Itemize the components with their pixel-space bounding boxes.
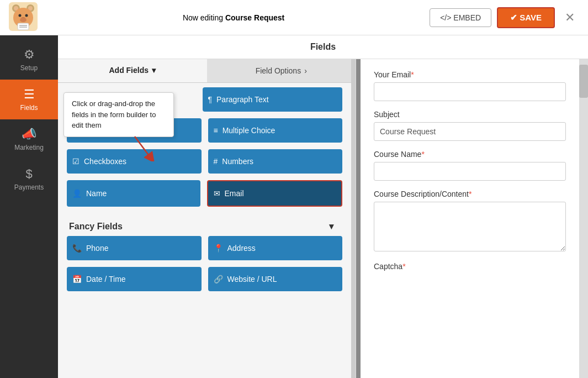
form-field-your-email: Your Email*	[374, 70, 566, 101]
form-field-course-description: Course Description/Content*	[374, 190, 566, 253]
numbers-label: Numbers	[222, 157, 253, 166]
logo	[9, 2, 38, 33]
field-btn-email[interactable]: ✉ Email	[207, 180, 343, 207]
tab-field-options[interactable]: Field Options ›	[207, 59, 356, 82]
email-label: Email	[225, 189, 244, 198]
fancy-fields-row-1: 📞 Phone 📍 Address	[67, 236, 342, 260]
fancy-fields-chevron-icon: ▾	[329, 221, 333, 232]
field-btn-paragraph-text[interactable]: ¶ Paragraph Text	[203, 87, 343, 112]
panel-divider	[356, 59, 361, 378]
top-bar: Now editing Course Request </> EMBED ✔ S…	[0, 0, 588, 35]
sidebar-item-setup[interactable]: ⚙ Setup	[0, 40, 58, 80]
tooltip-box: Click or drag-and-drop the fields in the…	[63, 92, 174, 137]
setup-icon: ⚙	[24, 48, 35, 62]
fancy-fields-label: Fancy Fields	[69, 222, 123, 232]
panel-scrollbar[interactable]	[351, 59, 356, 378]
main-layout: ⚙ Setup ☰ Fields 📣 Marketing $ Payments …	[0, 35, 588, 378]
course-name-label: Course Name*	[374, 150, 566, 159]
sidebar: ⚙ Setup ☰ Fields 📣 Marketing $ Payments	[0, 35, 58, 378]
captcha-label: Captcha*	[374, 262, 566, 271]
tab-field-options-label: Field Options	[256, 66, 301, 75]
tooltip-arrow-icon	[129, 134, 157, 161]
top-bar-actions: </> EMBED ✔ SAVE ✕	[430, 7, 579, 28]
fancy-fields-row-2: 📅 Date / Time 🔗 Website / URL	[67, 267, 342, 291]
email-icon: ✉	[214, 189, 220, 198]
course-name-required: *	[421, 150, 424, 159]
field-btn-date-time[interactable]: 📅 Date / Time	[67, 267, 202, 291]
payments-icon: $	[25, 167, 32, 181]
fields-row-3: ☑ Checkboxes # Numbers	[67, 149, 342, 174]
close-button[interactable]: ✕	[560, 8, 579, 27]
course-description-required: *	[469, 190, 472, 198]
name-label: Name	[86, 189, 107, 198]
embed-button[interactable]: </> EMBED	[430, 8, 491, 27]
subject-input[interactable]	[374, 122, 566, 141]
your-email-input[interactable]	[374, 82, 566, 101]
multiple-choice-icon: ≡	[214, 126, 218, 135]
logo-icon	[9, 2, 38, 31]
marketing-icon: 📣	[22, 127, 36, 141]
add-fields-panel: Add Fields ▾ Field Options › Click or dr…	[58, 59, 356, 378]
address-icon: 📍	[214, 244, 223, 253]
paragraph-text-icon: ¶	[208, 95, 213, 104]
form-field-captcha: Captcha*	[374, 262, 566, 271]
subject-label: Subject	[374, 110, 566, 119]
course-description-textarea[interactable]	[374, 202, 566, 251]
your-email-label: Your Email*	[374, 70, 566, 79]
chevron-down-icon: ▾	[152, 66, 156, 75]
checkboxes-label: Checkboxes	[84, 157, 126, 166]
sidebar-item-payments[interactable]: $ Payments	[0, 159, 58, 199]
svg-point-9	[20, 18, 27, 22]
fields-row-4: 👤 Name ✉ Email	[67, 180, 342, 207]
phone-icon: 📞	[72, 244, 82, 253]
right-scrollbar[interactable]	[579, 59, 588, 378]
sidebar-label-fields: Fields	[20, 104, 38, 112]
form-field-course-name: Course Name*	[374, 150, 566, 181]
website-label: Website / URL	[227, 275, 277, 284]
field-btn-name[interactable]: 👤 Name	[67, 180, 200, 207]
phone-label: Phone	[86, 244, 108, 253]
content-area: Fields Add Fields ▾ Field Options ›	[58, 35, 588, 378]
tab-add-fields[interactable]: Add Fields ▾	[58, 59, 207, 82]
form-field-subject: Subject	[374, 110, 566, 141]
svg-line-13	[135, 136, 151, 159]
sidebar-item-marketing[interactable]: 📣 Marketing	[0, 119, 58, 159]
field-btn-phone[interactable]: 📞 Phone	[67, 236, 202, 260]
paragraph-text-label: Paragraph Text	[216, 95, 269, 104]
svg-point-6	[19, 14, 22, 17]
field-btn-multiple-choice[interactable]: ≡ Multiple Choice	[208, 118, 343, 143]
course-description-label: Course Description/Content*	[374, 190, 566, 198]
svg-rect-10	[18, 23, 29, 30]
svg-point-7	[25, 14, 28, 17]
field-btn-address[interactable]: 📍 Address	[208, 236, 343, 260]
field-btn-website[interactable]: 🔗 Website / URL	[208, 267, 343, 291]
checkboxes-icon: ☑	[72, 157, 80, 166]
address-label: Address	[227, 244, 256, 253]
field-btn-numbers[interactable]: # Numbers	[208, 149, 343, 174]
fields-area: Add Fields ▾ Field Options › Click or dr…	[58, 59, 588, 378]
fancy-fields-section-header[interactable]: Fancy Fields ▾	[67, 213, 342, 236]
sidebar-label-marketing: Marketing	[14, 144, 44, 151]
numbers-icon: #	[214, 157, 218, 166]
date-time-label: Date / Time	[86, 275, 126, 284]
page-title: Now editing Course Request	[183, 13, 284, 22]
date-time-icon: 📅	[72, 275, 82, 284]
panel-tabs: Add Fields ▾ Field Options ›	[58, 59, 356, 83]
sidebar-label-setup: Setup	[20, 64, 38, 72]
form-preview-panel: Your Email* Subject Course Name* Course …	[361, 59, 579, 378]
course-name-input[interactable]	[374, 162, 566, 181]
website-icon: 🔗	[214, 275, 223, 284]
fields-icon: ☰	[24, 87, 35, 102]
scrollbar-thumb	[579, 65, 588, 98]
sidebar-label-payments: Payments	[14, 183, 44, 191]
chevron-right-icon: ›	[304, 66, 307, 75]
tab-add-fields-label: Add Fields	[109, 66, 149, 75]
tooltip-text: Click or drag-and-drop the fields in the…	[72, 99, 156, 129]
your-email-required: *	[411, 70, 414, 79]
captcha-required: *	[402, 262, 405, 271]
content-header: Fields	[58, 35, 588, 59]
multiple-choice-label: Multiple Choice	[223, 126, 276, 135]
sidebar-item-fields[interactable]: ☰ Fields	[0, 80, 58, 119]
name-icon: 👤	[72, 189, 82, 198]
save-button[interactable]: ✔ SAVE	[497, 7, 555, 28]
